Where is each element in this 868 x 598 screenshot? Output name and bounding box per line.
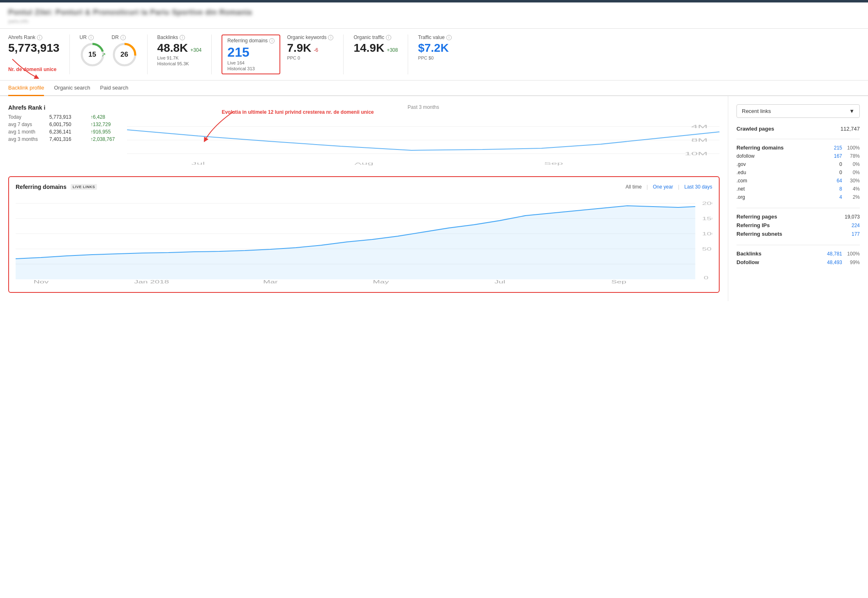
organic-traffic-change: +308 xyxy=(387,47,398,53)
stat-row-referring-ips: Referring IPs 224 xyxy=(736,221,860,230)
svg-text:Jul: Jul xyxy=(192,161,205,166)
ahrefs-rank-section: Ahrefs Rank i Today 5,773,913 ↑6,428 avg… xyxy=(8,104,720,168)
stat-row-com: .com 64 30% xyxy=(736,177,860,185)
organic-keywords-change: -6 xyxy=(314,47,319,53)
metric-ur-dr: UR i 15 ↗ DR i xyxy=(80,34,148,74)
metric-organic-traffic: Organic traffic i 14.9K +308 xyxy=(353,34,408,74)
rank-chart: 4M 8M 10M Jul Aug Sep xyxy=(127,113,720,167)
divider-3 xyxy=(736,245,860,245)
rd-chart-svg: 200 150 100 50 0 Nov Jan 2018 Mar May Ju… xyxy=(16,195,712,285)
crawled-pages-row: Crawled pages 112,747 xyxy=(736,124,860,133)
tab-organic-search[interactable]: Organic search xyxy=(54,80,90,96)
rd-chart-area: 200 150 100 50 0 Nov Jan 2018 Mar May Ju… xyxy=(16,195,712,285)
ahrefs-rank-section-title: Ahrefs Rank i xyxy=(8,104,115,111)
page-header: Pontul Zilei: Ponturl & Pronosticuri la … xyxy=(0,2,868,29)
svg-text:4M: 4M xyxy=(691,124,708,129)
rd-time-filters: All time | One year | Last 30 days xyxy=(626,184,712,190)
stat-row-backlinks: Backlinks 48,781 100% xyxy=(736,249,860,258)
rd-filter-one-year[interactable]: One year xyxy=(653,184,673,190)
referring-pages-stats: Referring pages 19,073 Referring IPs 224… xyxy=(736,212,860,238)
ahrefs-rank-value: 5,773,913 xyxy=(8,42,60,55)
rank-table-row: avg 3 months 7,401,316 ↑2,038,767 xyxy=(8,136,115,142)
backlinks-info-icon[interactable]: i xyxy=(180,35,185,40)
divider-2 xyxy=(736,208,860,208)
stat-row-org: .org 4 2% xyxy=(736,193,860,201)
recent-links-dropdown[interactable]: Recent links ▼ xyxy=(736,104,860,118)
svg-text:0: 0 xyxy=(704,276,708,280)
tabs-bar: Backlink profile Organic search Paid sea… xyxy=(0,80,868,96)
rank-table-row: Today 5,773,913 ↑6,428 xyxy=(8,114,115,120)
tab-backlink-profile[interactable]: Backlink profile xyxy=(8,80,44,96)
metric-referring-domains: Referring domains i 215 Live 164 Histori… xyxy=(222,34,280,74)
stat-row-dofollow-bl: Dofollow 48,493 99% xyxy=(736,258,860,267)
referring-domains-info-icon[interactable]: i xyxy=(269,38,275,44)
metric-organic-keywords: Organic keywords i 7.9K -6 PPC 0 xyxy=(287,34,344,74)
organic-traffic-info-icon[interactable]: i xyxy=(386,35,391,40)
svg-text:Aug: Aug xyxy=(355,161,374,166)
metric-ahrefs-rank: Ahrefs Rank i 5,773,913 Nr. de domenii u… xyxy=(8,34,70,74)
ahrefs-rank-section-info-icon[interactable]: i xyxy=(44,104,45,111)
period-label: Past 3 months xyxy=(127,104,720,110)
svg-text:Jul: Jul xyxy=(494,280,505,284)
stat-row-net: .net 8 4% xyxy=(736,185,860,193)
page-subtitle: pariu.info xyxy=(8,18,860,24)
svg-text:May: May xyxy=(373,280,389,284)
right-panel: Recent links ▼ Crawled pages 112,747 Ref… xyxy=(728,96,868,301)
organic-keywords-value: 7.9K xyxy=(287,42,311,55)
rank-table: Today 5,773,913 ↑6,428 avg 7 days 6,001,… xyxy=(8,114,115,142)
stat-row-referring-subnets: Referring subnets 177 xyxy=(736,230,860,238)
metric-backlinks: Backlinks i 48.8K +304 Live 91.7K Histor… xyxy=(157,34,212,74)
stat-row-gov: .gov 0 0% xyxy=(736,160,860,168)
backlinks-stats: Backlinks 48,781 100% Dofollow 48,493 99… xyxy=(736,249,860,267)
dr-gauge: 26 xyxy=(112,42,137,67)
ur-info-icon[interactable]: i xyxy=(88,35,94,40)
svg-text:8M: 8M xyxy=(691,138,708,143)
organic-keywords-info-icon[interactable]: i xyxy=(328,35,333,40)
left-panel: Ahrefs Rank i Today 5,773,913 ↑6,428 avg… xyxy=(0,96,728,301)
page-title: Pontul Zilei: Ponturl & Pronosticuri la … xyxy=(8,8,860,17)
rd-filter-last-30[interactable]: Last 30 days xyxy=(684,184,712,190)
rd-title: Referring domains xyxy=(16,184,67,190)
stat-row-edu: .edu 0 0% xyxy=(736,168,860,177)
svg-text:Nov: Nov xyxy=(34,280,49,284)
rank-table-row: avg 7 days 6,001,750 ↑132,729 xyxy=(8,122,115,127)
svg-text:100: 100 xyxy=(702,232,712,236)
stat-row-referring-pages: Referring pages 19,073 xyxy=(736,212,860,221)
svg-text:Mar: Mar xyxy=(263,280,278,284)
annotation-domains-unice: Nr. de domenii unice xyxy=(8,67,60,72)
ur-gauge: 15 ↗ xyxy=(80,42,105,67)
svg-marker-23 xyxy=(16,206,695,279)
metrics-bar: Ahrefs Rank i 5,773,913 Nr. de domenii u… xyxy=(0,29,868,80)
svg-text:50: 50 xyxy=(702,247,711,251)
stat-row-dofollow: dofollow 167 78% xyxy=(736,152,860,160)
backlinks-change: +304 xyxy=(190,47,201,53)
rank-table-row: avg 1 month 6,236,141 ↑916,955 xyxy=(8,129,115,135)
divider-1 xyxy=(736,139,860,139)
dr-info-icon[interactable]: i xyxy=(120,35,126,40)
svg-text:Jan 2018: Jan 2018 xyxy=(134,280,169,284)
main-content: Ahrefs Rank i Today 5,773,913 ↑6,428 avg… xyxy=(0,96,868,301)
metric-traffic-value: Traffic value i $7.2K PPC $0 xyxy=(418,34,462,74)
svg-text:Sep: Sep xyxy=(611,280,626,284)
stat-row-referring-domains: Referring domains 215 100% xyxy=(736,143,860,152)
referring-domains-section: Referring domains LIVE LINKS All time | … xyxy=(8,176,720,293)
ahrefs-rank-info-icon[interactable]: i xyxy=(37,35,42,40)
svg-text:200: 200 xyxy=(702,201,712,206)
organic-traffic-value: 14.9K xyxy=(353,42,384,55)
referring-domains-value: 215 xyxy=(227,45,275,60)
tab-paid-search[interactable]: Paid search xyxy=(100,80,129,96)
rd-header: Referring domains LIVE LINKS All time | … xyxy=(16,184,712,190)
backlinks-value: 48.8K xyxy=(157,42,188,55)
svg-text:150: 150 xyxy=(702,216,712,221)
referring-domains-stats: Referring domains 215 100% dofollow 167 … xyxy=(736,143,860,201)
dropdown-chevron-icon: ▼ xyxy=(849,108,854,114)
svg-text:10M: 10M xyxy=(685,152,708,156)
rd-filter-all-time[interactable]: All time xyxy=(626,184,642,190)
traffic-value-value: $7.2K xyxy=(418,42,452,55)
svg-text:Sep: Sep xyxy=(544,161,563,166)
live-badge: LIVE LINKS xyxy=(71,184,97,190)
traffic-value-info-icon[interactable]: i xyxy=(446,35,452,40)
